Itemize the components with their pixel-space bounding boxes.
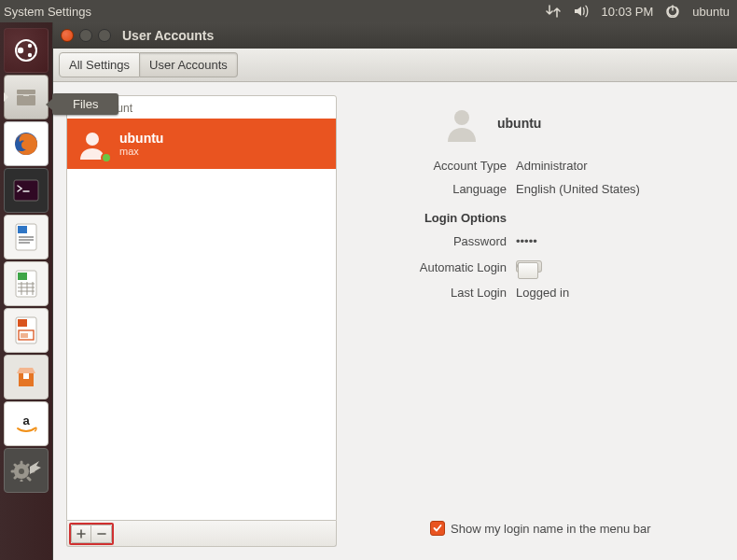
nav-all-settings[interactable]: All Settings bbox=[59, 52, 140, 77]
accounts-sidebar: My Account ubuntu max bbox=[53, 82, 350, 560]
svg-rect-5 bbox=[17, 90, 35, 94]
value-last-login[interactable]: Logged in bbox=[516, 286, 569, 300]
launcher-system-settings[interactable] bbox=[4, 448, 49, 493]
window-title: User Accounts bbox=[122, 28, 214, 43]
launcher-terminal[interactable] bbox=[4, 168, 49, 213]
show-login-in-menubar[interactable]: Show my login name in the menu bar bbox=[430, 521, 651, 536]
account-row[interactable]: ubuntu max bbox=[67, 119, 336, 169]
svg-rect-13 bbox=[18, 273, 27, 280]
launcher-software[interactable] bbox=[4, 355, 49, 399]
launcher-dash[interactable] bbox=[4, 28, 49, 73]
detail-name[interactable]: ubuntu bbox=[497, 116, 541, 131]
autologin-toggle[interactable]: OFF bbox=[516, 258, 542, 276]
svg-rect-7 bbox=[23, 94, 29, 96]
launcher-files[interactable] bbox=[4, 75, 49, 119]
svg-rect-17 bbox=[21, 333, 28, 338]
svg-rect-18 bbox=[23, 373, 29, 379]
label-account-type: Account Type bbox=[359, 159, 507, 173]
system-tray: 10:03 PM ubuntu bbox=[546, 5, 730, 19]
remove-account-button[interactable] bbox=[91, 525, 112, 543]
detail-header: ubuntu bbox=[443, 105, 715, 142]
svg-rect-6 bbox=[17, 95, 35, 105]
launcher-impress[interactable] bbox=[4, 308, 49, 353]
label-language: Language bbox=[359, 182, 507, 196]
window-titlebar[interactable]: User Accounts bbox=[53, 22, 737, 49]
plus-icon bbox=[76, 529, 86, 539]
clock[interactable]: 10:03 PM bbox=[602, 5, 654, 19]
launcher-tooltip: Files bbox=[52, 93, 118, 115]
value-language[interactable]: English (United States) bbox=[516, 182, 640, 196]
checkbox-icon[interactable] bbox=[430, 521, 445, 536]
minus-icon bbox=[97, 529, 106, 539]
window-close-button[interactable] bbox=[61, 29, 74, 42]
login-options-header: Login Options bbox=[359, 211, 507, 225]
value-password[interactable]: ••••• bbox=[516, 234, 537, 248]
avatar-icon bbox=[75, 126, 110, 161]
svg-rect-15 bbox=[18, 319, 27, 327]
show-login-label: Show my login name in the menu bar bbox=[451, 522, 651, 536]
svg-point-23 bbox=[454, 110, 469, 125]
accounts-list-footer bbox=[66, 521, 337, 547]
launcher-amazon[interactable]: a bbox=[4, 401, 49, 446]
launcher-writer[interactable] bbox=[4, 215, 49, 259]
nav-current-panel[interactable]: User Accounts bbox=[140, 52, 238, 77]
add-remove-group bbox=[69, 523, 114, 545]
settings-window: User Accounts All Settings User Accounts… bbox=[52, 22, 737, 560]
label-autologin: Automatic Login bbox=[359, 260, 507, 274]
svg-point-4 bbox=[18, 48, 23, 53]
sound-icon[interactable] bbox=[574, 5, 589, 18]
menubar-user[interactable]: ubuntu bbox=[692, 5, 730, 19]
tooltip-text: Files bbox=[73, 97, 98, 111]
svg-rect-11 bbox=[18, 226, 27, 233]
svg-point-2 bbox=[28, 44, 32, 48]
value-account-type[interactable]: Administrator bbox=[516, 159, 588, 173]
svg-point-3 bbox=[28, 53, 32, 57]
account-row-name: ubuntu bbox=[119, 131, 163, 146]
accounts-list: My Account ubuntu max bbox=[66, 95, 337, 521]
label-password: Password bbox=[359, 234, 507, 248]
add-account-button[interactable] bbox=[71, 525, 91, 543]
launcher-firefox[interactable] bbox=[4, 121, 49, 166]
window-maximize-button[interactable] bbox=[98, 29, 111, 42]
svg-text:a: a bbox=[22, 413, 30, 427]
menubar-title: System Settings bbox=[4, 5, 91, 19]
window-toolbar: All Settings User Accounts bbox=[53, 49, 737, 82]
status-online-icon bbox=[101, 152, 112, 163]
launcher-calc[interactable] bbox=[4, 261, 49, 306]
label-last-login: Last Login bbox=[359, 286, 507, 300]
launcher-indicator-icon bbox=[4, 92, 8, 102]
svg-point-21 bbox=[19, 469, 24, 474]
svg-rect-9 bbox=[14, 180, 38, 201]
top-menubar: System Settings 10:03 PM ubuntu bbox=[0, 0, 737, 22]
account-row-sub: max bbox=[119, 146, 163, 157]
window-minimize-button[interactable] bbox=[79, 29, 92, 42]
svg-point-22 bbox=[86, 133, 99, 146]
avatar-large-icon[interactable] bbox=[443, 105, 480, 142]
account-detail: ubuntu Account Type Administrator Langua… bbox=[350, 82, 737, 560]
window-body: My Account ubuntu max bbox=[53, 82, 737, 560]
toggle-knob-icon bbox=[518, 262, 538, 279]
network-icon[interactable] bbox=[546, 5, 561, 18]
session-icon[interactable] bbox=[666, 5, 679, 18]
unity-launcher: a bbox=[0, 22, 52, 560]
